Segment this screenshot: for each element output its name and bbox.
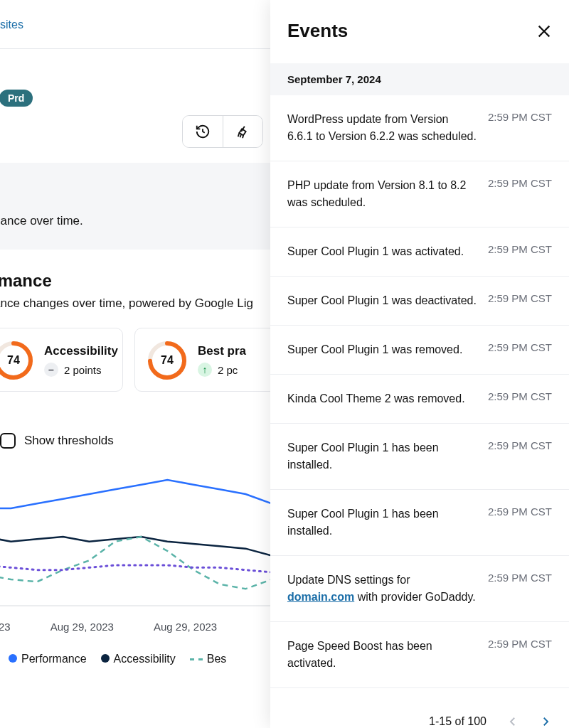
event-row: Super Cool Plugin 1 has been installed.2… — [270, 424, 569, 490]
event-row: PHP update from Version 8.1 to 8.2 was s… — [270, 161, 569, 228]
summary-subtext: performance over time. — [0, 214, 270, 228]
legend-item[interactable]: Bes — [190, 653, 227, 665]
event-row: Super Cool Plugin 1 was activated.2:59 P… — [270, 228, 569, 277]
event-time: 2:59 PM CST — [488, 439, 552, 473]
events-panel: Events September 7, 2024 WordPress updat… — [270, 0, 569, 728]
event-row: WordPress update from Version 6.6.1 to V… — [270, 95, 569, 161]
pager-next[interactable] — [539, 715, 552, 728]
score-delta: ↑ 2 pc — [198, 363, 246, 377]
event-link[interactable]: domain.com — [287, 591, 354, 603]
event-row: Update DNS settings for domain.com with … — [270, 556, 569, 622]
event-time: 2:59 PM CST — [488, 341, 552, 358]
events-title: Events — [287, 20, 348, 42]
event-row: Super Cool Plugin 1 was deactivated.2:59… — [270, 277, 569, 326]
event-message: Super Cool Plugin 1 was activated. — [287, 243, 464, 260]
event-row: Super Cool Plugin 1 has been installed.2… — [270, 490, 569, 556]
event-time: 2:59 PM CST — [488, 111, 552, 145]
x-tick: Aug 29, 2023 — [50, 621, 114, 633]
event-time: 2:59 PM CST — [488, 177, 552, 211]
close-icon[interactable] — [536, 23, 552, 39]
thresholds-checkbox[interactable] — [0, 433, 16, 449]
event-row: Kinda Cool Theme 2 was removed.2:59 PM C… — [270, 375, 569, 424]
pager-prev — [506, 715, 519, 728]
x-tick: Aug 29, 2023 — [154, 621, 217, 633]
event-time: 2:59 PM CST — [488, 243, 552, 260]
score-cards: 74 74Accessibility – 2 points 74Best pra… — [0, 311, 270, 392]
event-message: Kinda Cool Theme 2 was removed. — [287, 390, 465, 407]
events-date: September 7, 2024 — [270, 63, 569, 95]
summary-card: ce performance over time. — [0, 163, 270, 250]
event-time: 2:59 PM CST — [488, 390, 552, 407]
event-time: 2:59 PM CST — [488, 638, 552, 672]
score-value: 74 — [0, 341, 33, 380]
perf-subtext: erformance changes over time, powered by… — [0, 296, 270, 311]
score-card[interactable]: 74Accessibility – 2 points — [0, 328, 123, 392]
event-time: 2:59 PM CST — [488, 505, 552, 540]
env-badge: Prd — [0, 90, 33, 107]
summary-heading: ce — [0, 184, 270, 207]
event-message: Page Speed Boost has been activated. — [287, 638, 477, 672]
event-time: 2:59 PM CST — [488, 572, 552, 606]
event-message: WordPress update from Version 6.6.1 to V… — [287, 111, 477, 145]
pager: 1-15 of 100 — [270, 700, 569, 728]
x-tick: 23 — [0, 621, 11, 633]
performance-chart: 23Aug 29, 2023Aug 29, 2023 PerformanceAc… — [0, 466, 272, 665]
broom-icon — [235, 124, 251, 139]
event-message: Update DNS settings for domain.com with … — [287, 572, 477, 606]
toolbar — [182, 115, 263, 148]
clean-button[interactable] — [223, 116, 262, 147]
breadcrumb-sites[interactable]: sites — [0, 7, 270, 49]
event-message: Super Cool Plugin 1 was deactivated. — [287, 292, 477, 309]
legend-item[interactable]: Performance — [9, 653, 87, 665]
event-message: Super Cool Plugin 1 was removed. — [287, 341, 462, 358]
history-icon — [195, 124, 211, 139]
score-label: Best pra — [198, 344, 246, 358]
event-row: Page Speed Boost has been activated.2:59… — [270, 622, 569, 688]
pager-label: 1-15 of 100 — [429, 715, 486, 728]
thresholds-label: Show thresholds — [24, 434, 114, 448]
event-message: PHP update from Version 8.1 to 8.2 was s… — [287, 177, 477, 211]
event-row: Super Cool Plugin 1 was removed.2:59 PM … — [270, 326, 569, 375]
history-button[interactable] — [183, 116, 223, 147]
event-message: Super Cool Plugin 1 has been installed. — [287, 439, 477, 473]
score-card[interactable]: 74Best pra ↑ 2 pc — [134, 328, 277, 392]
event-time: 2:59 PM CST — [488, 292, 552, 309]
perf-heading: erformance — [0, 271, 270, 291]
score-value: 74 — [148, 341, 186, 380]
score-delta: – 2 points — [44, 363, 118, 377]
event-message: Super Cool Plugin 1 has been installed. — [287, 505, 477, 540]
legend-item[interactable]: Accessibility — [101, 653, 176, 665]
score-label: Accessibility — [44, 344, 118, 358]
